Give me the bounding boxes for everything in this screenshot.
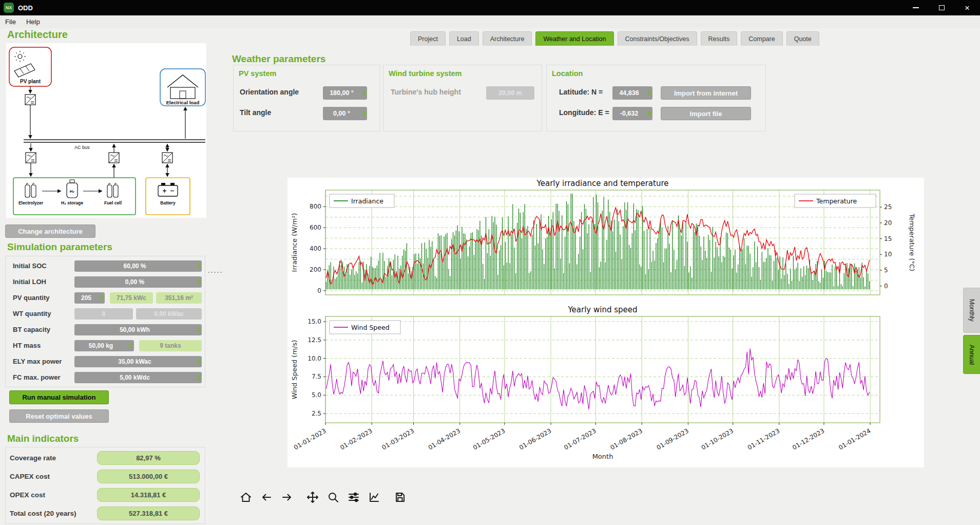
bt-capacity-input[interactable]: 50,00 kWh	[74, 324, 202, 335]
svg-text:400: 400	[310, 245, 321, 252]
svg-text:7.5: 7.5	[312, 373, 321, 380]
capex-cost-value: 513.000,00 €	[97, 470, 200, 483]
maximize-button[interactable]	[929, 0, 954, 15]
param-row-pv-quantity: PV quantity 205 71,75 kWc 351,16 m²	[6, 290, 205, 306]
fuel-cell-icon	[107, 183, 118, 197]
import-from-internet-button[interactable]: Import from internet	[661, 86, 751, 100]
battery-label: Battery	[160, 200, 176, 205]
main-indicators-panel: Coverage rate 82,97 % CAPEX cost 513.000…	[5, 447, 205, 524]
pv-plant-label: PV plant	[20, 79, 41, 84]
spinner-icons[interactable]	[646, 86, 652, 100]
converter-icon	[26, 153, 36, 163]
splitter-handle-icon[interactable]: ·····	[207, 267, 223, 276]
param-label: Initial LOH	[13, 278, 74, 286]
param-row-ht-mass: HT mass 50,00 kg 9 tanks	[6, 338, 205, 353]
param-label: PV quantity	[13, 294, 74, 302]
tab-load[interactable]: Load	[449, 31, 479, 46]
change-architecture-button[interactable]: Change architecture	[5, 224, 95, 238]
title-bar: NX ODD ×	[0, 0, 980, 15]
tab-architecture[interactable]: Architecture	[483, 31, 532, 46]
param-row-wt-quantity: WT quantity 0 0,00 kWac	[6, 306, 205, 322]
save-icon[interactable]	[393, 491, 407, 504]
side-tab-monthly[interactable]: Monthly	[963, 288, 980, 333]
import-file-button[interactable]: Import file	[661, 107, 751, 120]
svg-text:15.0: 15.0	[308, 318, 321, 325]
simulation-parameters-heading: Simulation parameters	[7, 241, 112, 253]
minimize-icon	[913, 7, 919, 8]
run-manual-simulation-button[interactable]: Run manual simulation	[9, 390, 109, 404]
spinner-icons[interactable]	[646, 107, 652, 120]
converter-icon	[109, 153, 119, 163]
pv-area-output: 351,16 m²	[156, 292, 202, 304]
spinner-icons[interactable]	[360, 107, 367, 120]
side-tab-annual[interactable]: Annual	[963, 335, 980, 374]
spinner-icons[interactable]	[98, 292, 105, 304]
close-icon: ×	[965, 4, 970, 12]
param-row-fc-max-power: FC max. power 5,00 kWdc	[6, 369, 205, 385]
orientation-angle-label: Orientation angle	[240, 88, 299, 96]
initial-loh-input[interactable]: 0,00 %	[74, 276, 202, 288]
svg-text:5.0: 5.0	[312, 391, 321, 399]
reset-optimal-values-button[interactable]: Reset optimal values	[9, 409, 109, 423]
tilt-angle-input[interactable]: 0,00 °	[323, 107, 367, 120]
app-logo-icon: NX	[4, 3, 14, 13]
coverage-rate-value: 82,97 %	[97, 451, 200, 465]
pv-system-heading: PV system	[239, 69, 276, 78]
indicator-label: CAPEX cost	[10, 473, 97, 480]
spinner-icons[interactable]	[195, 372, 202, 383]
tab-project[interactable]: Project	[410, 31, 446, 46]
menu-file[interactable]: File	[0, 16, 21, 27]
spinner-icons[interactable]	[360, 86, 367, 100]
back-icon[interactable]	[260, 491, 273, 504]
tab-compare[interactable]: Compare	[741, 31, 782, 46]
param-row-ely-max-power: ELY max power 35,00 kWac	[6, 353, 205, 369]
ht-mass-input[interactable]: 50,00 kg	[74, 340, 134, 351]
spinner-icons[interactable]	[127, 340, 134, 351]
svg-text:Temperature: Temperature	[816, 197, 857, 205]
param-label: BT capacity	[13, 326, 74, 333]
latitude-input[interactable]: 44,836	[612, 86, 652, 100]
orientation-angle-input[interactable]: 180,00 °	[323, 86, 367, 100]
wt-quantity-input: 0	[74, 308, 133, 320]
tab-weather-and-location[interactable]: Weather and Location	[535, 31, 613, 46]
minimize-button[interactable]	[903, 0, 929, 15]
svg-text:0: 0	[317, 287, 321, 294]
indicator-label: Coverage rate	[10, 454, 97, 462]
main-indicators-heading: Main indicators	[7, 433, 79, 444]
close-button[interactable]: ×	[954, 0, 980, 15]
svg-text:10: 10	[884, 251, 892, 258]
subplots-config-icon[interactable]	[347, 491, 360, 504]
pan-icon[interactable]	[306, 491, 319, 504]
svg-text:15: 15	[884, 235, 892, 242]
forward-icon[interactable]	[280, 491, 294, 504]
plot-toolbar	[239, 491, 407, 504]
architecture-diagram: PV plant Electrical load AC bus Electrol…	[6, 43, 206, 218]
h2-icon-text: H₂	[70, 189, 75, 194]
tab-quote[interactable]: Quote	[786, 31, 819, 46]
hub-height-label: Turbine's hub height	[391, 88, 461, 96]
spinner-icons[interactable]	[195, 356, 202, 367]
axes-customize-icon[interactable]	[368, 491, 381, 504]
tab-results[interactable]: Results	[701, 31, 738, 46]
fc-max-power-input[interactable]: 5,00 kWdc	[74, 372, 202, 383]
wind-turbine-system-heading: Wind turbine system	[389, 69, 462, 78]
svg-text:Yearly wind speed: Yearly wind speed	[567, 305, 637, 314]
longitude-input[interactable]: -0,632	[612, 107, 652, 120]
menu-help[interactable]: Help	[21, 16, 45, 27]
pv-quantity-input[interactable]: 205	[74, 292, 105, 304]
svg-text:Irradiance: Irradiance	[351, 197, 383, 205]
home-icon[interactable]	[239, 491, 253, 504]
zoom-icon[interactable]	[326, 491, 340, 504]
spinner-icons[interactable]	[195, 324, 202, 335]
ely-max-power-input[interactable]: 35,00 kWac	[74, 356, 202, 367]
tab-constraints-objectives[interactable]: Constraints/Objectives	[618, 31, 697, 46]
spinner-icons[interactable]	[195, 260, 202, 272]
initial-soc-input[interactable]: 60,00 %	[74, 260, 202, 272]
simulation-parameters-panel: Initial SOC 60,00 % Initial LOH 0,00 % P…	[5, 256, 205, 387]
svg-text:Temperature (°C): Temperature (°C)	[908, 213, 916, 271]
param-row-bt-capacity: BT capacity 50,00 kWh	[6, 322, 205, 338]
param-label: HT mass	[13, 342, 74, 349]
spinner-icons[interactable]	[195, 276, 202, 288]
wind-turbine-system-group: Wind turbine system Turbine's hub height…	[383, 65, 542, 132]
longitude-label: Longitude: E =	[559, 108, 609, 117]
